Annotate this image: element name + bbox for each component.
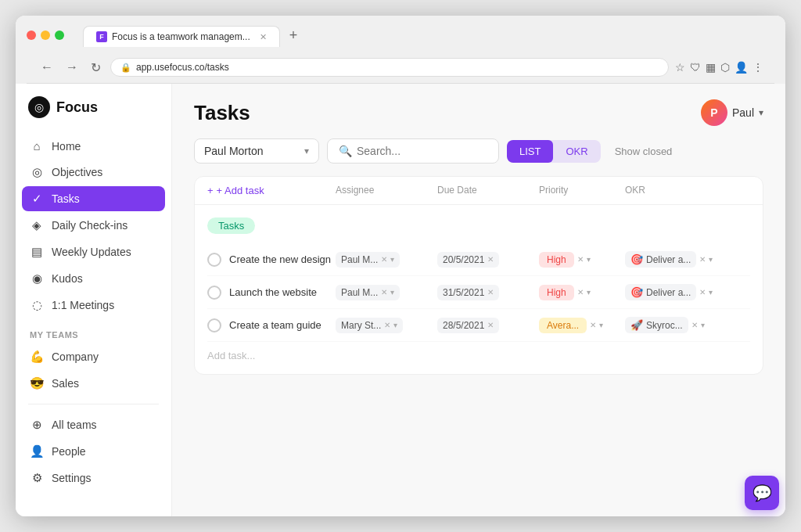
address-bar[interactable]: 🔒 app.usefocus.co/tasks (110, 58, 669, 77)
sidebar-item-kudos[interactable]: ◉ Kudos (22, 266, 165, 291)
okr-remove-icon-3[interactable]: ✕ (691, 321, 698, 329)
sidebar-item-label-sales: Sales (52, 377, 79, 390)
table-row: Create a team guide Mary St... ✕ ▾ (207, 309, 750, 342)
duedate-remove-icon-1[interactable]: ✕ (487, 255, 494, 264)
person-select[interactable]: Paul Morton ▾ (194, 138, 319, 164)
chevron-down-icon: ▾ (759, 107, 763, 118)
duedate-tag-2[interactable]: 31/5/2021 ✕ (437, 285, 499, 300)
okr-cell-3: 🚀 Skyroc... ✕ ▾ (625, 317, 750, 333)
assignee-tag-2[interactable]: Paul M... ✕ ▾ (336, 285, 400, 300)
profile-icon[interactable]: 👤 (735, 61, 748, 74)
task-checkbox-1[interactable] (207, 253, 221, 267)
tasks-content: + + Add task Assignee Due Date Priority … (172, 176, 785, 516)
task-name-cell-1: Create the new design (207, 253, 336, 267)
page-title: Tasks (194, 101, 250, 125)
sidebar-item-people[interactable]: 👤 People (22, 439, 165, 464)
traffic-light-green[interactable] (55, 31, 64, 40)
search-icon: 🔍 (339, 145, 352, 157)
star-icon[interactable]: ☆ (675, 61, 685, 74)
sidebar-item-home[interactable]: ⌂ Home (22, 134, 165, 158)
tab-close-btn[interactable]: ✕ (260, 32, 267, 42)
priority-badge-1[interactable]: High (539, 252, 574, 268)
assignee-tag-3[interactable]: Mary St... ✕ ▾ (336, 318, 403, 333)
list-view-button[interactable]: LIST (507, 140, 553, 163)
chat-fab-button[interactable]: 💬 (745, 476, 779, 510)
duedate-remove-icon-3[interactable]: ✕ (487, 321, 494, 329)
forward-button[interactable]: → (63, 59, 81, 76)
show-closed-button[interactable]: Show closed (609, 140, 679, 163)
menu-icon[interactable]: ⋮ (753, 61, 763, 74)
sidebar-item-all-teams[interactable]: ⊕ All teams (22, 412, 165, 437)
people-icon: 👤 (30, 444, 44, 458)
priority-badge-3[interactable]: Avera... (539, 318, 587, 333)
view-toggle: LIST OKR (507, 140, 601, 163)
sidebar-item-sales[interactable]: 😎 Sales (22, 371, 165, 396)
priority-expand-icon-1[interactable]: ▾ (587, 255, 591, 264)
back-button[interactable]: ← (38, 59, 56, 76)
assignee-remove-icon-3[interactable]: ✕ (384, 321, 390, 329)
extension-icon2[interactable]: ▦ (706, 61, 716, 74)
okr-expand-icon-2[interactable]: ▾ (709, 288, 713, 297)
traffic-light-yellow[interactable] (41, 31, 50, 40)
duedate-tag-3[interactable]: 28/5/2021 ✕ (437, 318, 499, 333)
assignee-expand-icon-2[interactable]: ▾ (390, 288, 394, 297)
select-chevron-icon: ▾ (304, 146, 309, 156)
sidebar-item-tasks[interactable]: ✓ Tasks (22, 186, 165, 211)
new-tab-button[interactable]: + (280, 23, 307, 47)
assignee-cell-3: Mary St... ✕ ▾ (336, 318, 437, 333)
user-badge[interactable]: P Paul ▾ (701, 99, 763, 126)
extension-icon3[interactable]: ⬡ (720, 61, 730, 74)
duedate-remove-icon-2[interactable]: ✕ (487, 288, 494, 297)
priority-expand-icon-3[interactable]: ▾ (599, 321, 603, 329)
okr-tag-3[interactable]: 🚀 Skyroc... (625, 317, 688, 333)
sidebar-item-weekly-updates[interactable]: ▤ Weekly Updates (22, 239, 165, 264)
search-input[interactable] (357, 145, 487, 157)
sidebar-item-settings[interactable]: ⚙ Settings (22, 466, 165, 491)
traffic-light-red[interactable] (27, 31, 36, 40)
okr-tag-2[interactable]: 🎯 Deliver a... (625, 284, 696, 300)
browser-tab[interactable]: F Focus is a teamwork managem... ✕ (83, 26, 280, 47)
assignee-tag-1[interactable]: Paul M... ✕ ▾ (336, 252, 400, 268)
sidebar-item-label-company: Company (52, 350, 99, 363)
add-task-inline[interactable]: Add task... (207, 342, 750, 361)
priority-remove-icon-3[interactable]: ✕ (590, 321, 596, 329)
priority-remove-icon-1[interactable]: ✕ (577, 255, 584, 264)
sidebar-item-label-weekly: Weekly Updates (52, 246, 131, 258)
assignee-remove-icon-1[interactable]: ✕ (381, 255, 387, 264)
task-checkbox-3[interactable] (207, 318, 221, 332)
okr-text-3: Skyroc... (646, 320, 683, 331)
extension-icon1[interactable]: 🛡 (690, 61, 701, 74)
settings-icon: ⚙ (30, 471, 44, 485)
priority-expand-icon-2[interactable]: ▾ (587, 288, 591, 297)
priority-remove-icon-2[interactable]: ✕ (577, 288, 584, 297)
task-checkbox-2[interactable] (207, 286, 221, 300)
assignee-cell-2: Paul M... ✕ ▾ (336, 285, 437, 300)
sidebar-item-label-people: People (52, 445, 86, 458)
footer-nav: ⊕ All teams 👤 People ⚙ Settings (16, 412, 171, 491)
assignee-expand-icon-1[interactable]: ▾ (390, 255, 394, 264)
sidebar-item-1on1[interactable]: ◌ 1:1 Meetings (22, 293, 165, 318)
objectives-icon: ◎ (30, 165, 44, 179)
okr-expand-icon-1[interactable]: ▾ (709, 255, 713, 264)
okr-tag-1[interactable]: 🎯 Deliver a... (625, 251, 696, 268)
okr-remove-icon-1[interactable]: ✕ (699, 255, 706, 264)
priority-badge-2[interactable]: High (539, 285, 574, 300)
teams-nav: 💪 Company 😎 Sales (16, 344, 171, 396)
tasks-group: Tasks Create the new design Paul M... ✕ (195, 205, 763, 374)
duedate-cell-2: 31/5/2021 ✕ (437, 285, 539, 300)
okr-view-button[interactable]: OKR (553, 140, 600, 163)
sidebar-item-daily-checkins[interactable]: ◈ Daily Check-ins (22, 213, 165, 238)
okr-expand-icon-3[interactable]: ▾ (701, 321, 705, 329)
sidebar-item-company[interactable]: 💪 Company (22, 344, 165, 369)
duedate-tag-1[interactable]: 20/5/2021 ✕ (437, 252, 499, 268)
okr-remove-icon-2[interactable]: ✕ (699, 288, 706, 297)
assignee-expand-icon-3[interactable]: ▾ (393, 321, 397, 329)
assignee-remove-icon-2[interactable]: ✕ (381, 288, 387, 297)
sales-icon: 😎 (30, 376, 44, 390)
person-select-value: Paul Morton (204, 145, 263, 157)
refresh-button[interactable]: ↻ (88, 59, 104, 77)
add-task-button[interactable]: + + Add task (207, 185, 336, 196)
sidebar-item-objectives[interactable]: ◎ Objectives (22, 160, 165, 185)
daily-checkins-icon: ◈ (30, 218, 44, 232)
company-icon: 💪 (30, 350, 44, 364)
